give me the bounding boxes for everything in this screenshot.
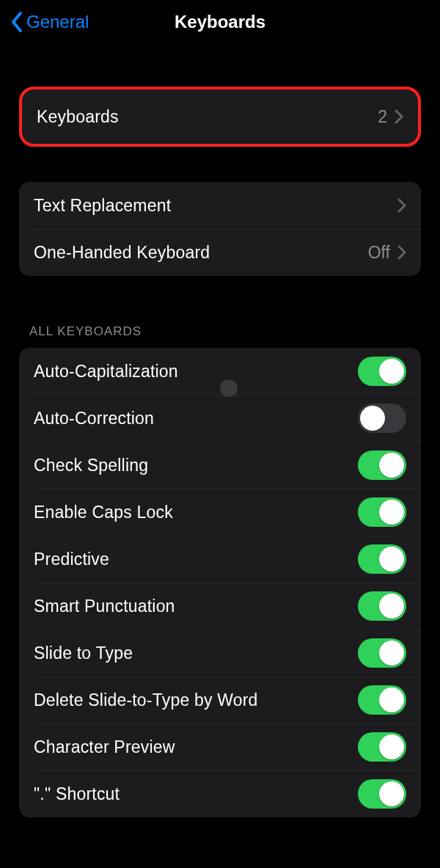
toggle-row: Predictive	[19, 536, 421, 583]
toggle-switch[interactable]	[358, 404, 406, 433]
toggle-label: "." Shortcut	[34, 784, 358, 804]
keyboards-label: Keyboards	[37, 107, 378, 127]
toggle-knob	[379, 688, 404, 712]
page-title: Keyboards	[175, 12, 265, 32]
keyboards-group: Keyboards 2	[19, 87, 421, 147]
text-replacement-label: Text Replacement	[34, 196, 397, 216]
keyboards-row[interactable]: Keyboards 2	[22, 90, 418, 144]
toggle-knob	[360, 406, 385, 431]
toggle-row: Slide to Type	[19, 630, 421, 676]
toggle-row: Smart Punctuation	[19, 583, 421, 630]
toggle-knob	[379, 500, 404, 525]
toggle-knob	[379, 641, 404, 665]
toggle-label: Smart Punctuation	[34, 597, 358, 616]
toggle-label: Auto-Capitalization	[34, 362, 358, 382]
toggle-knob	[379, 547, 404, 572]
toggle-switch[interactable]	[358, 591, 406, 621]
one-handed-row[interactable]: One-Handed Keyboard Off	[19, 229, 421, 276]
text-group: Text Replacement One-Handed Keyboard Off	[19, 182, 421, 276]
chevron-right-icon	[395, 109, 403, 124]
toggle-switch[interactable]	[358, 544, 406, 574]
toggles-group: Auto-CapitalizationAuto-CorrectionCheck …	[19, 348, 421, 817]
text-replacement-row[interactable]: Text Replacement	[19, 182, 421, 229]
toggle-row: Delete Slide-to-Type by Word	[19, 676, 421, 723]
toggle-label: Check Spelling	[34, 456, 358, 475]
toggle-switch[interactable]	[358, 451, 406, 480]
chevron-right-icon	[397, 245, 406, 260]
toggle-switch[interactable]	[358, 732, 406, 762]
back-button[interactable]: General	[10, 11, 89, 33]
keyboards-count: 2	[378, 107, 387, 127]
toggle-row: Auto-Capitalization	[19, 348, 421, 395]
toggle-label: Predictive	[34, 550, 358, 569]
all-keyboards-header: ALL KEYBOARDS	[19, 276, 421, 348]
toggle-switch[interactable]	[358, 638, 406, 668]
toggle-row: "." Shortcut	[19, 770, 421, 817]
toggle-switch[interactable]	[358, 357, 406, 386]
toggle-label: Delete Slide-to-Type by Word	[34, 690, 358, 710]
chevron-right-icon	[397, 198, 406, 213]
toggle-label: Character Preview	[34, 737, 358, 757]
toggle-knob	[379, 359, 404, 384]
toggle-label: Auto-Correction	[34, 409, 358, 428]
toggle-row: Character Preview	[19, 723, 421, 770]
toggle-switch[interactable]	[358, 685, 406, 715]
toggle-knob	[379, 781, 404, 806]
toggle-knob	[379, 594, 404, 619]
toggle-switch[interactable]	[358, 779, 406, 809]
nav-header: General Keyboards	[0, 0, 440, 44]
toggle-knob	[379, 734, 404, 759]
toggle-row: Enable Caps Lock	[19, 489, 421, 536]
chevron-left-icon	[10, 11, 23, 33]
one-handed-value: Off	[368, 243, 390, 263]
toggle-switch[interactable]	[358, 497, 406, 527]
back-label: General	[26, 12, 89, 32]
toggle-label: Enable Caps Lock	[34, 503, 358, 522]
toggle-knob	[379, 453, 404, 478]
one-handed-label: One-Handed Keyboard	[34, 243, 368, 263]
toggle-row: Check Spelling	[19, 442, 421, 489]
toggle-row: Auto-Correction	[19, 395, 421, 442]
toggle-label: Slide to Type	[34, 643, 358, 663]
